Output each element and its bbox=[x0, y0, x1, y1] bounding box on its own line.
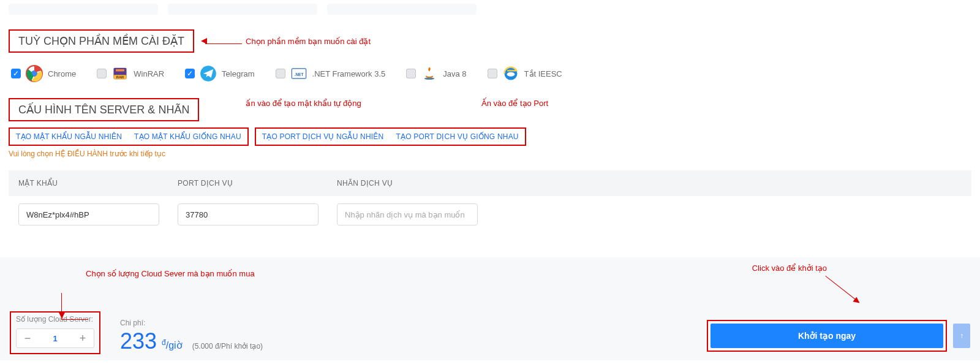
port-input[interactable] bbox=[178, 203, 318, 226]
gen-password-same-link[interactable]: TẠO MẬT KHẨU GIỐNG NHAU bbox=[134, 132, 241, 141]
software-list: Chrome RAR WinRAR Telegram .NET .NET Fra… bbox=[11, 65, 971, 82]
software-item-chrome: Chrome bbox=[11, 65, 76, 82]
software-label: Tắt IEESC bbox=[524, 69, 562, 78]
software-label: WinRAR bbox=[134, 69, 164, 78]
gen-password-random-link[interactable]: TẠO MẬT KHẨU NGẪU NHIÊN bbox=[16, 132, 122, 141]
checkbox-java[interactable] bbox=[406, 69, 416, 78]
checkbox-dotnet[interactable] bbox=[276, 69, 285, 78]
price-block: Chi phí: 233 đ/giờ (5.000 đ/Phí khởi tạo… bbox=[120, 319, 263, 354]
gen-port-random-link[interactable]: TẠO PORT DỊCH VỤ NGẪU NHIÊN bbox=[262, 132, 384, 141]
software-item-dotnet: .NET .NET Framework 3.5 bbox=[276, 65, 386, 82]
svg-text:.NET: .NET bbox=[294, 72, 303, 77]
price-note: (5.000 đ/Phí khởi tạo) bbox=[192, 342, 263, 351]
annotation-software-text: Chọn phần mềm bạn muốn cài đặt bbox=[246, 37, 371, 46]
col-label: NHÃN DỊCH VỤ bbox=[337, 179, 496, 188]
quantity-increment-button[interactable]: + bbox=[72, 329, 94, 347]
footer: Chọn số lượng Cloud Sever mà bạn muốn mu… bbox=[0, 257, 980, 360]
password-input[interactable] bbox=[18, 203, 159, 226]
service-label-input[interactable] bbox=[337, 203, 478, 226]
winrar-icon: RAR bbox=[111, 65, 129, 82]
inputs-row bbox=[9, 196, 971, 239]
software-label: Telegram bbox=[222, 69, 254, 78]
software-label: Java 8 bbox=[443, 69, 466, 78]
column-headers: MẬT KHẨU PORT DỊCH VỤ NHÃN DỊCH VỤ bbox=[9, 170, 971, 196]
price-per: /giờ bbox=[166, 340, 183, 351]
os-warning-text: Vui lòng chọn HỆ ĐIỀU HÀNH trước khi tiế… bbox=[9, 150, 971, 158]
telegram-icon bbox=[200, 65, 217, 82]
gen-port-same-link[interactable]: TẠO PORT DỊCH VỤ GIỐNG NHAU bbox=[396, 132, 518, 141]
price-label: Chi phí: bbox=[120, 319, 263, 327]
checkbox-winrar[interactable] bbox=[97, 69, 107, 78]
annotation-password: ấn vào để tạo mật khẩu tự động bbox=[246, 98, 361, 109]
ie-icon bbox=[502, 65, 519, 82]
price-currency: đ bbox=[162, 338, 166, 347]
software-item-telegram: Telegram bbox=[185, 65, 254, 82]
password-actions-group: TẠO MẬT KHẨU NGẪU NHIÊN TẠO MẬT KHẨU GIỐ… bbox=[9, 127, 249, 146]
checkbox-telegram[interactable] bbox=[185, 69, 195, 78]
price-value: 233 bbox=[120, 328, 157, 354]
software-item-java: Java 8 bbox=[406, 65, 466, 82]
software-label: .NET Framework 3.5 bbox=[312, 69, 386, 78]
svg-point-9 bbox=[424, 77, 434, 80]
annotation-quantity: Chọn số lượng Cloud Sever mà bạn muốn mu… bbox=[86, 268, 255, 279]
create-button[interactable]: Khởi tạo ngay bbox=[710, 324, 943, 348]
quantity-stepper: − 1 + bbox=[16, 328, 94, 348]
svg-text:RAR: RAR bbox=[116, 75, 124, 79]
create-button-highlight: Khởi tạo ngay bbox=[707, 320, 947, 352]
col-port: PORT DỊCH VỤ bbox=[178, 179, 337, 188]
top-placeholder-cards bbox=[9, 4, 971, 15]
dotnet-icon: .NET bbox=[290, 65, 307, 82]
checkbox-ieesc[interactable] bbox=[488, 69, 497, 78]
annotation-create: Click vào để khởi tạo bbox=[752, 264, 827, 273]
java-icon bbox=[421, 65, 438, 82]
port-actions-group: TẠO PORT DỊCH VỤ NGẪU NHIÊN TẠO PORT DỊC… bbox=[255, 127, 526, 146]
annotation-port: Ấn vào để tạo Port bbox=[481, 98, 549, 109]
chrome-icon bbox=[26, 65, 43, 82]
svg-point-11 bbox=[507, 72, 514, 77]
quantity-decrement-button[interactable]: − bbox=[17, 329, 39, 347]
software-label: Chrome bbox=[48, 69, 76, 78]
quantity-value[interactable]: 1 bbox=[39, 334, 72, 343]
scroll-top-button[interactable]: ↑ bbox=[953, 324, 970, 348]
annotation-software: Chọn phần mềm bạn muốn cài đặt bbox=[205, 37, 371, 46]
checkbox-chrome[interactable] bbox=[11, 69, 21, 78]
software-item-ieesc: Tắt IEESC bbox=[488, 65, 562, 82]
software-options-heading: TUỲ CHỌN PHẦN MỀM CÀI ĐẶT bbox=[9, 29, 194, 53]
col-password: MẬT KHẨU bbox=[18, 179, 178, 188]
server-config-heading: CẤU HÌNH TÊN SERVER & NHÃN bbox=[9, 98, 199, 121]
software-item-winrar: RAR WinRAR bbox=[97, 65, 164, 82]
svg-rect-4 bbox=[116, 69, 124, 72]
